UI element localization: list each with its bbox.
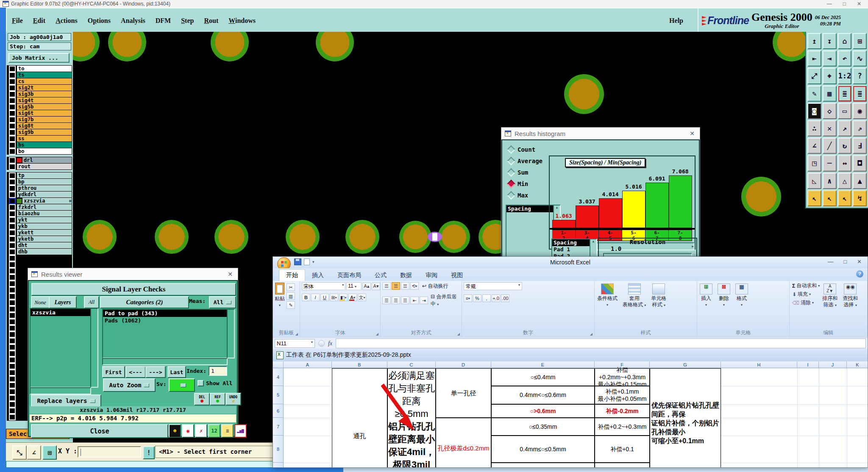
close-icon[interactable]: ✕ [857,1,861,7]
menu-dfm[interactable]: DFM [150,15,176,26]
layer-row-ykb[interactable]: ykb [7,223,72,229]
del-button[interactable]: DEL [194,393,210,405]
workbook-titlebar[interactable]: 工作表 在 P6订单制作要求更新2025-09-28.pptx [273,349,868,362]
profile-view-button[interactable]: ∿ [853,50,867,67]
copy-pad-button[interactable]: ⇗ [853,120,867,136]
align-center-icon[interactable]: ☰ [392,297,400,304]
rotate-tool-button[interactable]: ↻ [838,138,852,154]
column-header-K[interactable]: K [847,361,868,368]
layer-checkbox[interactable] [9,66,16,72]
job-matrix-button[interactable]: Job Matrix ... [8,53,70,63]
doc-red-dot-button[interactable]: ◉ [182,424,194,438]
category-item[interactable]: Pads (1062) [103,317,227,324]
meas-dropdown[interactable]: All [209,296,236,308]
layer-checkbox[interactable] [9,172,16,179]
layer-checkbox[interactable] [9,382,16,389]
layer-checkbox[interactable] [9,72,16,78]
netlist-check-a-button[interactable]: ≣ [838,86,852,102]
layer-checkbox[interactable] [9,414,16,420]
layer-checkbox[interactable] [9,363,16,369]
xy-coordinate-input[interactable] [78,446,141,458]
layer-row-tp[interactable]: tp [7,172,72,178]
layer-row-pthrou[interactable]: pthrou [7,185,72,191]
layer-checkbox[interactable] [9,261,16,268]
autosum-button[interactable]: Σ自动求和▾ [792,282,820,289]
clear-button[interactable]: ⌫清除▾ [792,299,820,306]
menu-windows[interactable]: Windows [223,15,261,26]
cut-icon[interactable]: ✂ [287,283,295,291]
close-icon[interactable]: ✕ [690,130,695,137]
menu-options[interactable]: Options [83,15,116,26]
histogram-titlebar[interactable]: Results histogram ✕ [501,128,700,140]
angle-tool-button[interactable]: ∠ [27,445,41,460]
layer-row-bp[interactable]: bp [7,179,72,185]
layer-checkbox[interactable] [9,408,16,414]
layer-checkbox[interactable] [9,389,16,395]
layer-checkbox[interactable] [9,198,16,204]
layer-checkbox[interactable] [9,185,16,192]
triangle-tool-c-button[interactable]: △ [838,173,852,189]
triangle-tool-a-button[interactable]: ◺ [807,173,821,189]
histogram-view-button[interactable]: ▂▅▇ [234,424,247,438]
increase-indent-icon[interactable]: ⇥ [420,297,428,304]
view-send-button[interactable]: ↧ [823,33,837,49]
menu-rout[interactable]: Rout [199,15,223,26]
layer-checkbox[interactable] [9,85,16,91]
layer-checkbox[interactable] [9,350,16,357]
setup-tools-button[interactable]: ✎ [807,86,821,102]
layer-checkbox[interactable] [9,117,16,123]
clear-marks-button[interactable]: ✕ [823,120,837,136]
align-top-icon[interactable]: ☰ [382,282,391,290]
layer-checkbox[interactable] [9,249,16,255]
layer-row-rout[interactable]: rout [7,164,72,169]
copy-icon[interactable]: ▥ [287,292,295,300]
viewer-titlebar[interactable]: Results viewer ✕ [28,268,238,280]
layer-row-xzszvia[interactable]: xzszvia⊞ [7,198,72,204]
layer-checkbox[interactable] [9,164,16,170]
measure-line-button[interactable]: ╱ [823,138,837,154]
close-icon[interactable]: ✕ [228,271,233,278]
split-window-xy-button[interactable]: ⊞ [853,33,867,49]
layer-checkbox[interactable] [9,142,16,148]
zoom-extents-button[interactable]: ⤢ [807,68,821,84]
layer-checkbox[interactable] [9,357,16,363]
layer-checkbox[interactable] [9,129,16,136]
menu-step[interactable]: Step [176,15,199,26]
layer-row-dhb[interactable]: dhb [7,249,72,255]
layer-row-hidden[interactable] [7,255,72,261]
layer-checkbox[interactable] [9,300,16,306]
last-button[interactable]: Last [167,366,186,378]
layer-checkbox[interactable] [9,91,16,97]
layer-checkbox[interactable] [9,230,16,236]
shrink-line-button[interactable]: ─ [823,155,837,171]
cell-F5[interactable]: 补偿+0.1mm最小补偿+0.05mm [595,386,650,404]
column-header-A[interactable]: A [284,361,332,368]
cell-E5[interactable]: 0.4mm<○≤0.6mm [491,386,595,404]
layer-checkbox[interactable] [9,376,16,382]
view-prev-button[interactable]: ↥ [807,33,821,49]
layer-row-ydkdrl[interactable]: ydkdrl [7,192,72,197]
cell-E9[interactable]: 0.5mm<○≤0.6mm [491,463,595,467]
formula-options-icon[interactable] [318,340,325,347]
cell-C4[interactable]: 必须满足塞孔与非塞孔距离≥0.5mm铝片钻孔孔壁距离最小保证4mil，极限3mi… [387,368,436,467]
orientation-icon[interactable]: ⟲▾ [410,282,419,290]
layer-row-yketb[interactable]: yketb [7,236,72,242]
layer-checkbox[interactable] [9,78,16,85]
stat-option-count[interactable]: Count [506,144,564,155]
layer-row-to[interactable]: to [7,66,72,72]
font-size-select[interactable]: 11 ▾ [346,282,362,290]
cell-E7[interactable]: ○≤0.35mm [491,418,595,436]
zoom-ratio-button[interactable]: 1:2 [838,68,852,84]
layer-row-fzkdrl[interactable]: fzkdrl [7,204,72,210]
fill-button[interactable]: ⬇填充▾ [792,291,820,298]
show-all-checkbox[interactable]: Show All [198,380,233,386]
column-header-D[interactable]: D [436,361,491,368]
layer-checkbox[interactable] [9,136,16,142]
layer-checkbox[interactable] [9,97,16,104]
layer-row-ss[interactable]: ss [7,136,72,142]
layer-checkbox[interactable] [9,287,16,293]
maximize-icon[interactable]: □ [843,258,847,265]
format-painter-icon[interactable]: ✎ [287,301,295,309]
layer-checkbox[interactable] [9,401,16,408]
measure-spacing[interactable]: Spacing [552,239,590,246]
